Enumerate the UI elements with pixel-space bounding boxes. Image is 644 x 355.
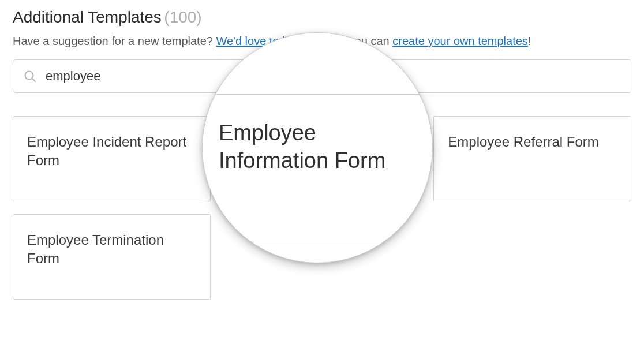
template-card[interactable]: Employee Incident Report Form (13, 116, 211, 201)
suggestion-prefix: Have a suggestion for a new template? (13, 35, 216, 47)
template-card-title: Employee Termination Form (27, 231, 196, 268)
section-count: (100) (164, 8, 201, 26)
zoom-lens: Employee Information Form (202, 32, 433, 263)
zoom-divider (203, 94, 432, 95)
template-card-title: Employee Referral Form (448, 133, 598, 151)
section-title: Additional Templates (13, 8, 162, 26)
section-header: Additional Templates (100) (13, 8, 631, 27)
zoom-highlight-title: Employee Information Form (219, 119, 416, 174)
template-card[interactable]: Employee Termination Form (13, 214, 211, 300)
template-card[interactable]: Employee Referral Form (433, 116, 631, 201)
template-card-title: Employee Incident Report Form (27, 133, 196, 170)
suggestion-suffix: ! (528, 35, 531, 47)
suggestion-link-create[interactable]: create your own templates (392, 35, 528, 47)
